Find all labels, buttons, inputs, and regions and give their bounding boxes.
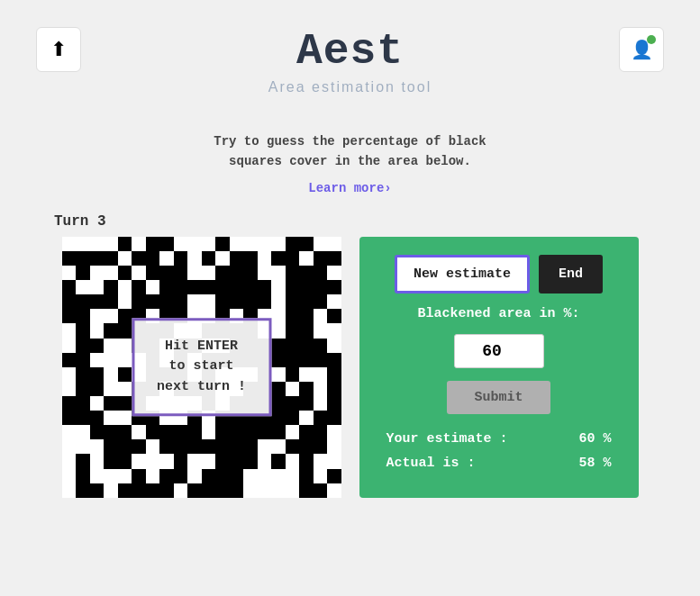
grid-cell [118, 411, 132, 425]
grid-cell [146, 469, 160, 483]
submit-button[interactable]: Submit [447, 381, 550, 414]
grid-cell [118, 367, 132, 382]
grid-cell [286, 339, 300, 353]
panel-top-row: New estimate End [377, 255, 621, 293]
grid-cell [299, 411, 314, 425]
upload-button[interactable]: ⬆ [36, 27, 81, 72]
grid-cell [258, 425, 272, 439]
grid-cell [286, 396, 300, 411]
grid-cell [314, 266, 328, 280]
grid-cell [299, 483, 314, 498]
grid-cell [314, 454, 328, 468]
grid-cell [62, 294, 77, 309]
grid-cell [299, 280, 314, 294]
grid-cell [271, 454, 286, 468]
right-panel: New estimate End Blackened area in %: Su… [359, 237, 639, 498]
grid-cell [62, 396, 77, 411]
grid-cell [258, 454, 272, 468]
grid-cell [215, 469, 230, 483]
blackened-label: Blackened area in %: [417, 306, 579, 321]
grid-cell [146, 251, 160, 266]
grid-cell [104, 353, 118, 367]
grid-cell [146, 454, 160, 468]
header: ⬆ Aest Area estimation tool 👤 [0, 0, 700, 104]
grid-cell [132, 469, 146, 483]
grid-cell [258, 469, 272, 483]
grid-cell [230, 454, 244, 468]
grid-cell [187, 454, 202, 468]
grid-cell [314, 483, 328, 498]
grid-cell [230, 237, 244, 251]
grid-cell [146, 280, 160, 294]
grid-cell [132, 294, 146, 309]
grid-cell [286, 323, 300, 338]
grid-cell [327, 469, 341, 483]
grid-cell [314, 396, 328, 411]
grid-cell [159, 294, 174, 309]
turn-label: Turn 3 [0, 213, 700, 230]
grid-cell [104, 323, 118, 338]
grid-cell [90, 339, 105, 353]
grid-cell [62, 339, 77, 353]
grid-cell [327, 454, 341, 468]
grid-cell [174, 454, 188, 468]
grid-cell [243, 237, 258, 251]
grid-cell [159, 280, 174, 294]
grid-cell [314, 411, 328, 425]
grid-cell [174, 469, 188, 483]
grid-cell [104, 439, 118, 454]
grid-cell [286, 382, 300, 396]
grid-cell [76, 454, 90, 468]
grid-cell [286, 353, 300, 367]
grid-cell [327, 251, 341, 266]
grid-cell [76, 251, 90, 266]
grid-cell [159, 454, 174, 468]
estimate-input[interactable] [454, 334, 544, 368]
grid-cell [286, 483, 300, 498]
grid-cell [286, 294, 300, 309]
grid-cell [327, 411, 341, 425]
grid-cell [314, 425, 328, 439]
user-button[interactable]: 👤 [619, 27, 664, 72]
grid-cell [202, 469, 216, 483]
grid-cell [174, 251, 188, 266]
grid-cell [314, 353, 328, 367]
grid-cell [90, 353, 105, 367]
grid-cell [76, 411, 90, 425]
grid-cell [132, 483, 146, 498]
grid-cell [271, 469, 286, 483]
grid-cell [118, 396, 132, 411]
grid-cell [299, 323, 314, 338]
grid-cell [62, 469, 77, 483]
grid-cell [327, 266, 341, 280]
grid-cell [299, 294, 314, 309]
grid-cell [286, 237, 300, 251]
grid-cell [215, 294, 230, 309]
grid-cell [62, 411, 77, 425]
end-button[interactable]: End [539, 255, 603, 293]
grid-cell [62, 483, 77, 498]
grid-cell [104, 367, 118, 382]
grid-cell [202, 280, 216, 294]
grid-cell [104, 425, 118, 439]
grid-cell [104, 483, 118, 498]
grid-cell [159, 251, 174, 266]
grid-cell [62, 454, 77, 468]
grid-cell [202, 439, 216, 454]
learn-more-link[interactable]: Learn more› [0, 181, 700, 195]
grid-cell [271, 251, 286, 266]
grid-cell [202, 454, 216, 468]
grid-cell [286, 439, 300, 454]
grid-cell [146, 483, 160, 498]
grid-cell [90, 483, 105, 498]
grid-cell [271, 237, 286, 251]
grid-cell [299, 309, 314, 323]
new-estimate-button[interactable]: New estimate [395, 255, 530, 293]
grid-cell [327, 382, 341, 396]
grid-cell [76, 425, 90, 439]
grid-cell [132, 454, 146, 468]
grid-cell [271, 339, 286, 353]
grid-cell [327, 280, 341, 294]
grid-cell [271, 294, 286, 309]
grid-cell [132, 251, 146, 266]
